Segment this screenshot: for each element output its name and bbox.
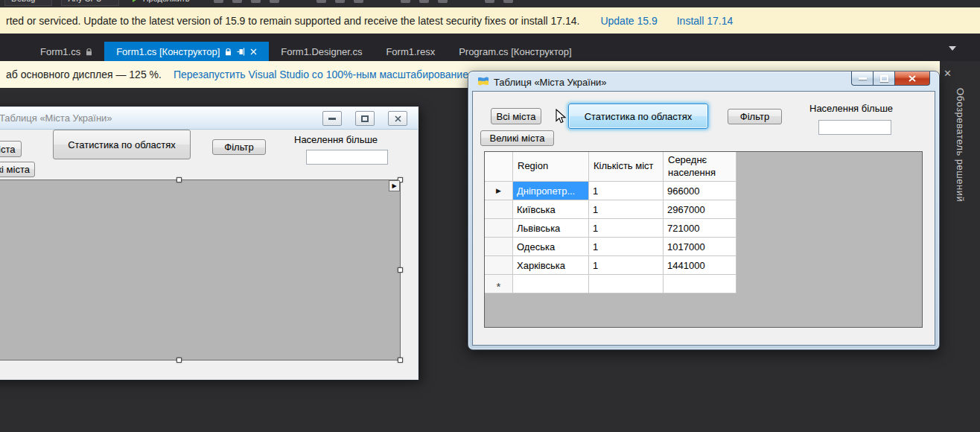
designer-datagrid-selected[interactable]: ▶ (0, 180, 401, 360)
grid-column-average[interactable]: Середнє населення (664, 152, 736, 182)
chevron-down-icon (106, 0, 112, 3)
tab-form1-resx[interactable]: Form1.resx (374, 42, 447, 61)
toolbar-icon[interactable] (354, 0, 363, 3)
all-cities-button[interactable]: Всі міста (491, 108, 541, 124)
grid-row-header[interactable] (485, 219, 513, 238)
update-159-link[interactable]: Update 15.9 (600, 15, 657, 27)
tab-program-cs[interactable]: Program.cs [Конструктор] (447, 42, 583, 61)
grid-cell[interactable]: 1441000 (664, 256, 736, 275)
toolbar-icon[interactable] (270, 0, 279, 3)
grid-cell[interactable]: 1017000 (664, 238, 736, 256)
app-caption-buttons (851, 72, 930, 86)
grid-row-header[interactable]: ▶ (485, 182, 513, 200)
maximize-icon (361, 115, 369, 122)
grid-cell[interactable]: Київська (513, 200, 589, 219)
close-icon (395, 115, 401, 122)
tab-form1-designer-view[interactable]: Form1.cs [Конструктор] (104, 42, 269, 61)
chevron-down-icon (194, 0, 200, 3)
grid-cell[interactable]: 1 (589, 256, 664, 275)
toolbar-icon[interactable] (316, 0, 326, 3)
designed-form[interactable]: Таблиця «Міста України» Всі міста Статис… (0, 107, 419, 380)
designer-big-cities-button[interactable]: Великі міста (0, 162, 35, 177)
play-icon (133, 0, 139, 2)
close-icon[interactable] (250, 48, 257, 55)
grid-row: Львівська 1 721000 (485, 219, 736, 238)
smart-tag-button[interactable]: ▶ (389, 180, 400, 191)
tab-form1-cs[interactable]: Form1.cs (28, 42, 104, 61)
statistics-button[interactable]: Статистика по областях (568, 104, 708, 129)
grid-cell[interactable]: 721000 (664, 219, 736, 238)
population-input[interactable] (818, 120, 891, 135)
grid-row-header[interactable] (485, 200, 513, 219)
toolbar-icon[interactable] (503, 0, 513, 3)
grid-cell[interactable]: 1 (589, 238, 664, 256)
grid-row: ▶ Дніпропетр... 1 966000 (485, 182, 736, 200)
resize-handle[interactable] (176, 177, 182, 182)
toolbar-icon[interactable] (419, 0, 429, 3)
designer-statistics-button[interactable]: Статистика по областях (53, 130, 191, 159)
designer-population-textbox[interactable] (306, 150, 388, 165)
debug-config-dropdown[interactable]: Debug (4, 0, 52, 6)
data-grid[interactable]: Region Кількість міст Середнє населення … (484, 151, 923, 328)
grid-cell[interactable]: 1 (589, 200, 664, 219)
grid-column-count[interactable]: Кількість міст (589, 152, 664, 182)
tab-form1-designer-cs[interactable]: Form1.Designer.cs (269, 42, 374, 61)
lock-icon (225, 48, 232, 56)
debug-config-label: Debug (11, 0, 35, 3)
grid-cell[interactable]: Харківська (513, 256, 589, 275)
grid-row-header[interactable] (485, 238, 513, 256)
maximize-button[interactable] (874, 72, 895, 86)
toolbar-icon[interactable] (232, 0, 242, 3)
platform-dropdown[interactable]: Any CPU (61, 0, 118, 6)
designer-all-cities-button[interactable]: Всі міста (0, 141, 22, 157)
infobar-close-icon[interactable]: ✕ (944, 68, 952, 79)
grid-cell[interactable]: 1 (589, 182, 664, 200)
toolbar-icon[interactable] (335, 0, 345, 3)
toolbar-icon[interactable] (251, 0, 261, 3)
data-grid-table: Region Кількість міст Середнє населення … (485, 152, 736, 293)
grid-corner-header[interactable] (485, 152, 513, 182)
grid-cell[interactable]: 966000 (664, 182, 736, 200)
filter-button[interactable]: Фільтр (728, 109, 782, 124)
big-cities-button[interactable]: Великі міста (480, 130, 554, 146)
pin-icon[interactable] (237, 48, 245, 56)
maximize-button[interactable] (355, 111, 375, 126)
app-flag-icon (477, 76, 489, 88)
grid-cell[interactable] (513, 275, 589, 293)
toolbar-icon[interactable] (214, 0, 223, 3)
designer-population-label: Населення більше (294, 134, 378, 145)
continue-button[interactable]: Продолжить (128, 0, 205, 6)
resize-handle[interactable] (398, 358, 403, 363)
grid-cell[interactable]: Одеська (513, 238, 589, 256)
resize-handle[interactable] (398, 267, 403, 273)
designer-filter-button[interactable]: Фільтр (212, 139, 266, 155)
grid-cell[interactable]: Дніпропетр... (513, 182, 589, 200)
tab-label: Program.cs [Конструктор] (459, 46, 571, 57)
app-window: Таблиця «Міста України» Всі міста Статис… (468, 71, 940, 350)
grid-row-header[interactable] (485, 256, 513, 275)
grid-column-region[interactable]: Region (513, 152, 589, 182)
toolbar-icon[interactable] (485, 0, 494, 3)
close-button[interactable] (388, 111, 407, 126)
grid-row-header[interactable]: * (485, 275, 513, 293)
grid-cell[interactable]: 1 (589, 219, 664, 238)
minimize-button[interactable] (322, 111, 342, 126)
document-list-dropdown-icon[interactable] (949, 46, 956, 54)
toolbar-icon[interactable] (438, 0, 448, 3)
install-1714-link[interactable]: Install 17.14 (677, 15, 734, 27)
solution-explorer-tab[interactable]: Обозреватель решений (955, 88, 966, 202)
grid-cell[interactable] (664, 275, 736, 293)
tab-label: Form1.cs [Конструктор] (116, 46, 220, 57)
grid-cell[interactable]: Львівська (513, 219, 589, 238)
grid-cell[interactable]: 2967000 (664, 200, 736, 219)
app-titlebar[interactable]: Таблиця «Міста України» (477, 76, 607, 88)
grid-cell[interactable] (589, 275, 664, 293)
population-label: Населення більше (809, 103, 893, 114)
restart-vs-link[interactable]: Перезапустить Visual Studio со 100%-ным … (174, 69, 476, 80)
resize-handle[interactable] (176, 358, 182, 363)
toolbar-icon[interactable] (401, 0, 410, 3)
debug-toolbar: Debug Any CPU Продолжить (0, 0, 980, 7)
close-button[interactable] (895, 72, 930, 86)
minimize-button[interactable] (851, 72, 874, 86)
maximize-icon (880, 75, 888, 82)
